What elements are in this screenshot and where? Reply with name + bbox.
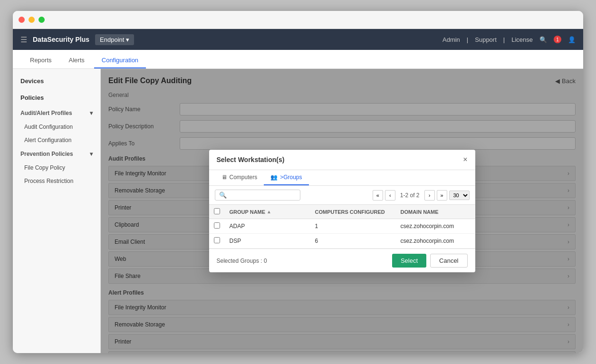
chevron-icon: ▾ — [90, 151, 93, 157]
row-checkbox[interactable] — [214, 222, 220, 229]
group-icon: 👥 — [270, 174, 278, 181]
modal-table-container: GROUP NAME ▲ COMPUTERS CONFIGURED — [209, 205, 475, 249]
per-page-select[interactable]: 30 — [449, 191, 470, 200]
close-button[interactable] — [19, 17, 25, 23]
groups-table: GROUP NAME ▲ COMPUTERS CONFIGURED — [209, 205, 475, 249]
select-all-header — [209, 205, 225, 219]
license-link[interactable]: License — [511, 36, 533, 43]
sidebar-item-policies[interactable]: Policies — [13, 89, 100, 106]
modal-tabs: 🖥 Computers 👥 >Groups — [209, 170, 475, 186]
hamburger-icon[interactable]: ☰ — [20, 35, 27, 44]
tab-configuration[interactable]: Configuration — [94, 53, 146, 68]
user-icon[interactable]: 👤 — [568, 36, 576, 43]
sidebar-prevention-policies[interactable]: Prevention Policies ▾ — [13, 147, 100, 161]
modal-actions: Select Cancel — [392, 254, 468, 268]
admin-link[interactable]: Admin — [442, 36, 460, 43]
modal-search-box[interactable]: 🔍 — [215, 190, 300, 201]
domain-name-cell: csez.zohocorpin.com — [396, 219, 475, 234]
modal-footer: Selected Groups : 0 Select Cancel — [209, 249, 475, 272]
modal-overlay: Select Workstation(s) × 🖥 Computers 👥 — [101, 69, 583, 353]
search-icon: 🔍 — [219, 192, 227, 199]
last-page-button[interactable]: » — [437, 190, 447, 201]
endpoint-dropdown[interactable]: Endpoint ▾ — [95, 34, 134, 45]
separator: | — [467, 36, 468, 43]
row-checkbox-cell[interactable] — [209, 234, 225, 249]
group-name-cell: DSP — [225, 234, 310, 249]
maximize-button[interactable] — [38, 17, 45, 23]
modal-close-button[interactable]: × — [463, 155, 467, 164]
content-panel: Edit File Copy Auditing ◀ Back General P… — [101, 69, 583, 353]
sub-nav: Reports Alerts Configuration — [13, 50, 583, 69]
endpoint-label: Endpoint — [100, 36, 124, 43]
minimize-button[interactable] — [29, 17, 35, 23]
sidebar-alert-configuration[interactable]: Alert Configuration — [13, 134, 100, 147]
modal-toolbar: 🔍 « ‹ 1-2 of 2 › » 30 — [209, 186, 475, 205]
select-workstation-modal: Select Workstation(s) × 🖥 Computers 👥 — [209, 150, 475, 272]
traffic-lights — [19, 17, 45, 23]
modal-title: Select Workstation(s) — [217, 156, 285, 163]
tab-reports[interactable]: Reports — [22, 53, 59, 68]
sidebar-item-devices[interactable]: Devices — [13, 73, 100, 89]
first-page-button[interactable]: « — [373, 190, 383, 201]
row-checkbox[interactable] — [214, 237, 220, 243]
sort-icon: ▲ — [267, 209, 271, 214]
modal-tab-computers[interactable]: 🖥 Computers — [215, 170, 264, 185]
pagination-controls: « ‹ 1-2 of 2 › » 30 — [373, 190, 470, 201]
modal-header: Select Workstation(s) × — [209, 150, 475, 170]
table-row[interactable]: DSP 6 csez.zohocorpin.com — [209, 234, 475, 249]
modal-tab-groups[interactable]: 👥 >Groups — [264, 170, 308, 185]
tab-alerts[interactable]: Alerts — [61, 53, 92, 68]
chevron-icon: ▾ — [90, 110, 93, 116]
next-page-button[interactable]: › — [424, 190, 435, 201]
sidebar-file-copy-policy[interactable]: File Copy Policy — [13, 161, 100, 174]
computer-icon: 🖥 — [221, 174, 227, 181]
table-row[interactable]: ADAP 1 csez.zohocorpin.com — [209, 219, 475, 234]
separator: | — [503, 36, 505, 43]
app-name: DataSecurity Plus — [33, 36, 89, 43]
domain-name-cell: csez.zohocorpin.com — [396, 234, 475, 249]
top-nav: ☰ DataSecurity Plus Endpoint ▾ Admin | S… — [13, 29, 583, 50]
selected-info: Selected Groups : 0 — [217, 258, 267, 264]
modal-search-input[interactable] — [227, 192, 296, 199]
computers-configured-header: COMPUTERS CONFIGURED — [310, 205, 396, 219]
page-count: 1-2 of 2 — [400, 192, 420, 199]
computers-configured-cell: 1 — [310, 219, 396, 234]
search-icon[interactable]: 🔍 — [539, 36, 547, 43]
row-checkbox-cell[interactable] — [209, 219, 225, 234]
select-button[interactable]: Select — [392, 254, 426, 268]
sidebar: Devices Policies Audit/Alert Profiles ▾ … — [13, 69, 101, 353]
notification-badge[interactable]: 1 — [554, 36, 561, 43]
support-link[interactable]: Support — [475, 36, 497, 43]
modal-table-body: ADAP 1 csez.zohocorpin.com DSP 6 csez.zo… — [209, 219, 475, 249]
chevron-down-icon: ▾ — [126, 36, 129, 43]
select-all-checkbox[interactable] — [214, 208, 220, 214]
cancel-button[interactable]: Cancel — [430, 254, 467, 268]
group-name-header[interactable]: GROUP NAME ▲ — [225, 205, 310, 219]
sidebar-audit-configuration[interactable]: Audit Configuration — [13, 120, 100, 134]
title-bar — [13, 11, 583, 29]
group-name-cell: ADAP — [225, 219, 310, 234]
computers-configured-cell: 6 — [310, 234, 396, 249]
prev-page-button[interactable]: ‹ — [385, 190, 395, 201]
main-area: Devices Policies Audit/Alert Profiles ▾ … — [13, 69, 583, 353]
sidebar-process-restriction[interactable]: Process Restriction — [13, 174, 100, 188]
sidebar-audit-alert-profiles[interactable]: Audit/Alert Profiles ▾ — [13, 106, 100, 120]
domain-name-header: DOMAIN NAME — [396, 205, 475, 219]
